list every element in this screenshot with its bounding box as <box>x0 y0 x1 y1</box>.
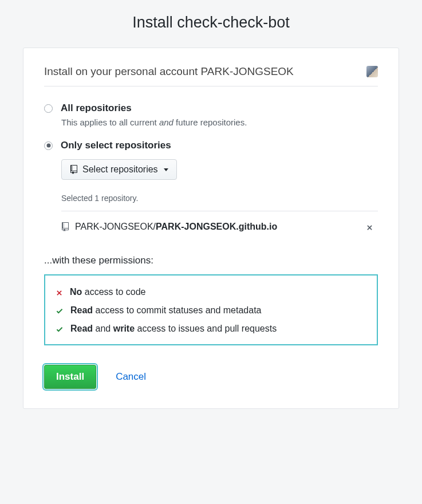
permission-item: Read access to commit statuses and metad… <box>56 305 366 316</box>
caret-down-icon <box>164 168 168 171</box>
radio-select-repositories[interactable] <box>44 141 53 150</box>
permission-text: No access to code <box>70 287 146 297</box>
permission-mid: access to commit statuses and metadata <box>93 305 261 315</box>
label-all-repositories: All repositories <box>61 103 132 114</box>
select-repositories-button[interactable]: Select repositories <box>61 159 177 180</box>
permission-item: No access to code <box>56 287 366 297</box>
radio-all-repositories[interactable] <box>44 104 53 113</box>
page-title: Install check-check-bot <box>0 14 422 32</box>
desc-all-before: This applies to all current <box>61 117 159 127</box>
x-icon <box>56 287 63 297</box>
avatar[interactable] <box>366 66 378 77</box>
permission-strong: Read <box>70 305 93 315</box>
repo-name: PARK-JONGSEOK.github.io <box>156 222 277 231</box>
permission-mid: access to code <box>82 287 145 297</box>
repo-icon <box>70 165 78 174</box>
selected-count: Selected 1 repository. <box>61 194 378 203</box>
permission-mid: and <box>93 324 113 333</box>
close-icon <box>366 224 373 231</box>
desc-all-repositories: This applies to all current and future r… <box>61 117 378 127</box>
selected-repo-row: PARK-JONGSEOK/PARK-JONGSEOK.github.io <box>61 211 378 242</box>
remove-repo-button[interactable] <box>364 219 376 234</box>
repo-icon <box>61 222 69 231</box>
check-icon <box>56 305 64 316</box>
account-name: PARK-JONGSEOK <box>201 65 294 77</box>
select-repositories-label: Select repositories <box>82 164 158 175</box>
account-row: Install on your personal account PARK-JO… <box>44 65 378 86</box>
option-select-repositories: Only select repositories Select reposito… <box>44 140 378 242</box>
repo-owner: PARK-JONGSEOK/ <box>75 222 156 231</box>
selected-repo-list: PARK-JONGSEOK/PARK-JONGSEOK.github.io <box>61 211 378 242</box>
desc-all-em: and <box>159 117 173 127</box>
permission-item: Read and write access to issues and pull… <box>56 324 366 334</box>
label-select-repositories: Only select repositories <box>61 140 171 151</box>
desc-all-after: future repositories. <box>173 117 247 127</box>
account-prefix: Install on your personal account <box>44 65 201 77</box>
permission-strong: Read <box>70 324 93 333</box>
permissions-box: No access to code Read access to commit … <box>44 274 378 345</box>
cancel-link[interactable]: Cancel <box>116 371 146 383</box>
account-text: Install on your personal account PARK-JO… <box>44 65 294 78</box>
permission-text: Read and write access to issues and pull… <box>70 324 277 334</box>
permission-after: access to issues and pull requests <box>135 324 277 333</box>
permissions-intro: ...with these permissions: <box>44 255 378 266</box>
permission-text: Read access to commit statuses and metad… <box>70 305 261 316</box>
permission-strong: No <box>70 287 82 297</box>
check-icon <box>56 324 64 334</box>
option-all-repositories: All repositories This applies to all cur… <box>44 103 378 127</box>
install-button[interactable]: Install <box>44 365 96 389</box>
actions-row: Install Cancel <box>44 365 378 389</box>
install-panel: Install on your personal account PARK-JO… <box>23 48 399 409</box>
permission-strong2: write <box>113 324 135 333</box>
